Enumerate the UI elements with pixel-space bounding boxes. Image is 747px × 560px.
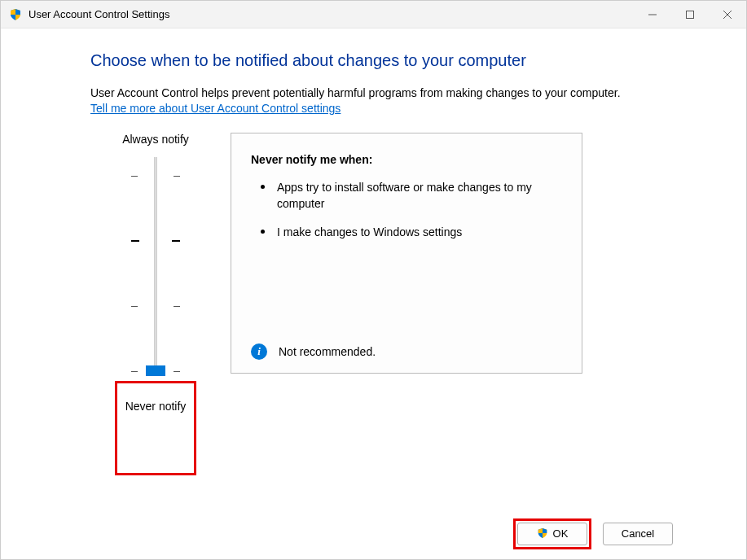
uac-settings-window: User Account Control Settings Choose whe… <box>0 0 747 560</box>
panel-bullet-list: Apps try to install software or make cha… <box>251 179 562 252</box>
window-title: User Account Control Settings <box>29 8 169 20</box>
dialog-footer: OK Cancel <box>1 507 746 559</box>
recommendation-row: i Not recommended. <box>251 343 562 360</box>
description-panel: Never notify me when: Apps try to instal… <box>231 133 582 374</box>
help-link[interactable]: Tell me more about User Account Control … <box>90 102 341 115</box>
panel-bullet: I make changes to Windows settings <box>257 224 562 240</box>
ok-button-label: OK <box>553 527 569 540</box>
slider-thumb[interactable] <box>146 365 165 376</box>
window-controls <box>634 1 746 28</box>
ok-button[interactable]: OK <box>517 523 587 545</box>
slider-bottom-label: Never notify <box>125 400 187 413</box>
page-heading: Choose when to be notified about changes… <box>90 51 697 70</box>
content-area: Choose when to be notified about changes… <box>1 28 746 507</box>
annotation-highlight-ok: OK <box>513 518 591 549</box>
close-button[interactable] <box>709 1 746 28</box>
cancel-button-label: Cancel <box>622 527 654 540</box>
panel-title: Never notify me when: <box>251 153 562 166</box>
panel-bullet: Apps try to install software or make cha… <box>257 179 562 212</box>
maximize-button[interactable] <box>671 1 709 28</box>
info-icon: i <box>251 343 267 360</box>
uac-shield-icon <box>537 527 550 540</box>
slider-track[interactable] <box>131 157 180 375</box>
slider-tick-4 <box>131 175 180 177</box>
uac-shield-icon <box>9 8 22 21</box>
body-row: Always notify Never notify Never notify … <box>90 133 697 413</box>
cancel-button[interactable]: Cancel <box>603 523 673 545</box>
notification-slider: Always notify Never notify <box>90 133 221 413</box>
titlebar: User Account Control Settings <box>1 1 746 28</box>
slider-tick-3 <box>131 240 180 242</box>
minimize-button[interactable] <box>634 1 671 28</box>
page-description: User Account Control helps prevent poten… <box>90 85 697 102</box>
svg-rect-1 <box>687 11 694 18</box>
slider-tick-2 <box>131 305 180 307</box>
annotation-highlight-slider <box>115 381 196 475</box>
recommendation-text: Not recommended. <box>279 345 376 358</box>
slider-top-label: Always notify <box>122 133 189 146</box>
